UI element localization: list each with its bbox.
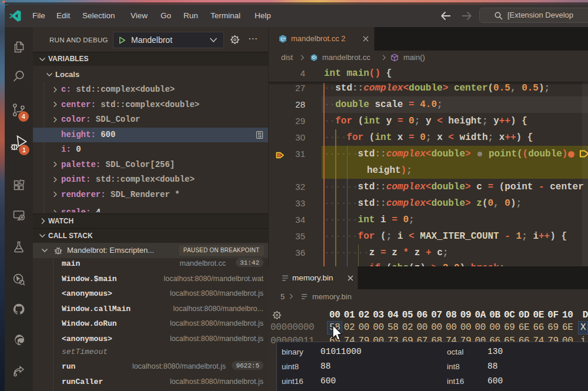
svg-text:10: 10	[258, 135, 261, 139]
svg-text:C: C	[280, 36, 284, 42]
svg-text:C: C	[312, 55, 315, 59]
